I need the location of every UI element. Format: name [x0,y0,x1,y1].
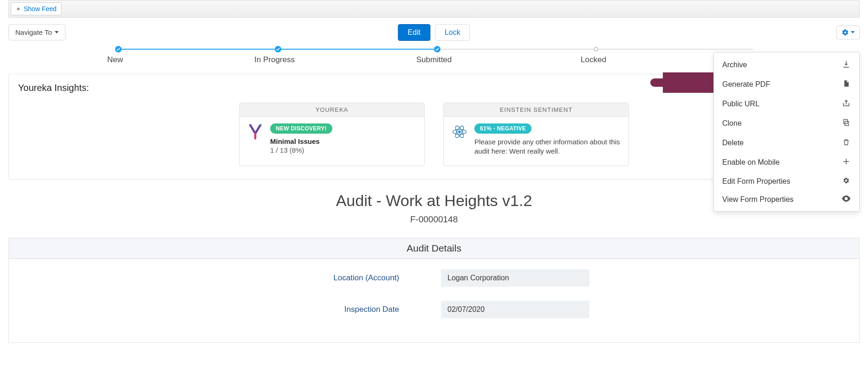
share-icon [842,99,851,109]
menu-label-archive: Archive [722,61,747,69]
action-row: Navigate To Edit Lock [0,19,868,46]
stage-label-new: New [107,55,123,65]
menu-label-public-url: Public URL [722,100,759,108]
eye-icon [842,195,851,204]
show-feed-button[interactable]: ✦ Show Feed [11,2,62,15]
menu-item-edit-form-properties[interactable]: Edit Form Properties [714,172,859,191]
youreka-logo-icon [247,123,264,140]
show-feed-label: Show Feed [24,5,57,13]
audit-details-header: Audit Details [8,238,860,259]
page-subtitle: F-00000148 [0,214,868,225]
menu-item-view-form-properties[interactable]: View Form Properties [714,191,859,208]
einstein-panel: EINSTEIN SENTIMENT 61% - NEGATIVE Please… [443,103,629,166]
caret-down-icon [55,31,58,33]
youreka-line2: 1 / 13 (8%) [270,146,332,154]
inspection-date-label: Inspection Date [279,305,399,314]
navigate-to-label: Navigate To [15,28,52,36]
top-toolbar: ✦ Show Feed [8,0,860,18]
location-label: Location (Account) [279,273,399,283]
field-row-date: Inspection Date 02/07/2020 [27,301,841,318]
inspection-date-value[interactable]: 02/07/2020 [441,301,589,318]
navigate-to-button[interactable]: Navigate To [8,24,65,40]
einstein-badge: 61% - NEGATIVE [474,123,531,134]
menu-label-enable-mobile: Enable on Mobile [722,158,780,167]
field-row-location: Location (Account) Logan Corporation [27,269,841,287]
einstein-panel-header: EINSTEIN SENTIMENT [444,103,628,117]
menu-label-generate-pdf: Generate PDF [722,80,770,89]
einstein-desc: Please provide any other information abo… [474,137,621,156]
edit-button[interactable]: Edit [398,24,430,41]
file-icon [842,79,851,90]
gear-icon [842,29,849,36]
menu-label-delete: Delete [722,139,744,147]
copy-icon [842,118,851,129]
menu-label-edit-form-properties: Edit Form Properties [722,177,790,186]
stage-label-in-progress: In Progress [254,55,295,65]
stage-dot-new[interactable] [115,46,122,52]
stage-dot-in-progress[interactable] [275,46,281,52]
trash-icon [842,138,851,148]
stage-dot-locked[interactable] [594,47,598,52]
svg-point-4 [458,130,460,133]
audit-details-section: Audit Details Location (Account) Logan C… [8,238,860,343]
einstein-atom-icon [451,123,468,140]
menu-label-clone: Clone [722,119,742,128]
caret-down-icon [851,31,855,33]
stage-dot-submitted[interactable] [434,46,440,52]
menu-label-view-form-properties: View Form Properties [722,195,794,204]
youreka-badge: NEW DISCOVERY! [270,123,332,134]
location-value[interactable]: Logan Corporation [441,269,589,287]
settings-dropdown-menu: Archive Generate PDF Public URL Clone De… [713,52,860,212]
lock-button[interactable]: Lock [435,24,470,41]
youreka-panel-header: YOUREKA [240,103,424,117]
settings-gear-button[interactable] [836,26,860,39]
plus-icon [842,157,851,168]
download-icon [842,60,851,70]
youreka-panel: YOUREKA NEW DISCOVERY! Minimal Issues 1 … [239,103,425,166]
stage-label-submitted: Submitted [416,55,452,65]
svg-point-0 [260,124,262,126]
gear-icon [842,177,851,186]
stage-label-locked: Locked [581,55,606,65]
menu-item-clone[interactable]: Clone [714,114,859,133]
menu-item-enable-mobile[interactable]: Enable on Mobile [714,153,859,172]
menu-item-public-url[interactable]: Public URL [714,94,859,114]
menu-item-generate-pdf[interactable]: Generate PDF [714,75,859,94]
youreka-line1: Minimal Issues [270,137,332,145]
feed-icon: ✦ [16,6,21,13]
menu-item-delete[interactable]: Delete [714,133,859,153]
center-buttons: Edit Lock [398,24,470,41]
menu-item-archive[interactable]: Archive [714,55,859,75]
